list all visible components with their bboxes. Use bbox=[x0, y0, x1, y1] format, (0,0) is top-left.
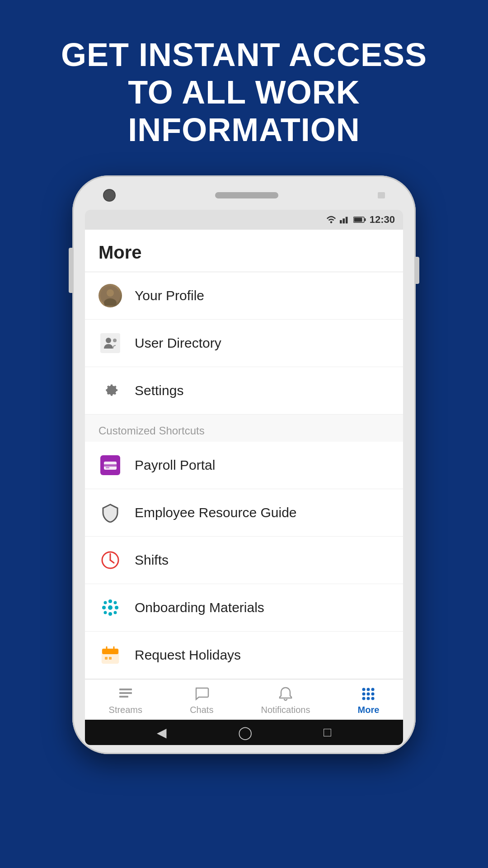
onboarding-materials-icon bbox=[99, 596, 122, 619]
svg-point-38 bbox=[362, 688, 366, 691]
svg-rect-6 bbox=[364, 218, 366, 221]
page-title: More bbox=[99, 242, 142, 262]
svg-point-24 bbox=[115, 606, 118, 609]
settings-label: Settings bbox=[135, 383, 183, 398]
svg-point-28 bbox=[114, 611, 117, 614]
phone-mockup: 12:30 More bbox=[72, 175, 416, 754]
your-profile-label: Your Profile bbox=[135, 288, 204, 303]
svg-point-21 bbox=[108, 599, 112, 603]
request-holidays-label: Request Holidays bbox=[135, 647, 241, 663]
employee-resource-guide-icon bbox=[99, 501, 122, 524]
svg-point-27 bbox=[104, 611, 107, 614]
shifts-icon bbox=[99, 548, 122, 572]
svg-point-40 bbox=[371, 688, 375, 691]
notifications-tab-icon bbox=[277, 686, 294, 702]
headline-text: GET INSTANT ACCESS TO ALL WORK INFORMATI… bbox=[34, 0, 454, 175]
svg-point-46 bbox=[371, 697, 375, 700]
svg-rect-30 bbox=[102, 649, 118, 654]
svg-rect-34 bbox=[109, 657, 112, 660]
payroll-portal-label: Payroll Portal bbox=[135, 458, 215, 473]
svg-point-22 bbox=[108, 612, 112, 616]
status-bar: 12:30 bbox=[85, 210, 403, 230]
android-home-button[interactable]: ◯ bbox=[238, 725, 252, 740]
phone-outer-shell: 12:30 More bbox=[72, 175, 416, 754]
chats-tab-icon bbox=[193, 686, 210, 702]
camera-lens bbox=[103, 189, 116, 202]
svg-point-42 bbox=[367, 693, 370, 696]
signal-icon bbox=[340, 216, 350, 224]
your-profile-icon bbox=[99, 284, 122, 307]
headline-line2: TO ALL WORK bbox=[128, 74, 360, 110]
side-sensor bbox=[378, 192, 385, 198]
svg-rect-35 bbox=[119, 689, 132, 690]
svg-point-8 bbox=[107, 289, 114, 297]
status-icons: 12:30 bbox=[326, 214, 395, 226]
shortcuts-section-label: Customized Shortcuts bbox=[85, 415, 403, 442]
settings-icon bbox=[99, 379, 122, 402]
payroll-portal-icon bbox=[99, 453, 122, 477]
menu-item-payroll-portal[interactable]: Payroll Portal bbox=[85, 442, 403, 489]
chats-tab-label: Chats bbox=[190, 705, 213, 715]
svg-rect-16 bbox=[106, 467, 109, 468]
svg-point-44 bbox=[362, 697, 366, 700]
menu-item-request-holidays[interactable]: Request Holidays bbox=[85, 632, 403, 679]
svg-point-45 bbox=[367, 697, 370, 700]
svg-rect-10 bbox=[100, 333, 120, 353]
notifications-tab-label: Notifications bbox=[261, 705, 310, 715]
tab-streams[interactable]: Streams bbox=[100, 686, 151, 715]
main-menu-list: Your Profile User Directory bbox=[85, 272, 403, 415]
streams-tab-icon bbox=[117, 686, 134, 702]
shortcuts-list: Payroll Portal Employee Resource Guide bbox=[85, 442, 403, 679]
request-holidays-icon bbox=[99, 643, 122, 667]
status-time: 12:30 bbox=[370, 214, 395, 226]
avatar-image bbox=[100, 286, 120, 306]
svg-line-19 bbox=[110, 560, 114, 563]
onboarding-materials-label: Onboarding Materials bbox=[135, 600, 264, 615]
android-nav-bar: ◀ ◯ □ bbox=[85, 720, 403, 745]
svg-point-0 bbox=[330, 222, 332, 224]
user-directory-icon bbox=[99, 331, 122, 355]
headline-line1: GET INSTANT ACCESS bbox=[61, 37, 427, 73]
svg-point-12 bbox=[113, 339, 117, 342]
svg-point-43 bbox=[371, 693, 375, 696]
menu-item-settings[interactable]: Settings bbox=[85, 367, 403, 415]
menu-item-employee-resource-guide[interactable]: Employee Resource Guide bbox=[85, 489, 403, 537]
menu-item-onboarding-materials[interactable]: Onboarding Materials bbox=[85, 584, 403, 632]
shifts-label: Shifts bbox=[135, 552, 169, 568]
tab-more[interactable]: More bbox=[349, 686, 389, 715]
tab-notifications[interactable]: Notifications bbox=[252, 686, 319, 715]
svg-point-41 bbox=[362, 693, 366, 696]
svg-rect-15 bbox=[104, 464, 117, 467]
svg-rect-36 bbox=[119, 692, 132, 694]
phone-top-bar bbox=[85, 189, 403, 210]
svg-point-26 bbox=[114, 601, 117, 604]
svg-point-11 bbox=[106, 338, 111, 343]
menu-item-your-profile[interactable]: Your Profile bbox=[85, 272, 403, 320]
phone-screen: 12:30 More bbox=[85, 210, 403, 745]
svg-point-25 bbox=[104, 601, 107, 604]
svg-rect-5 bbox=[354, 218, 362, 222]
svg-rect-37 bbox=[119, 696, 128, 698]
svg-point-20 bbox=[108, 605, 113, 610]
menu-item-shifts[interactable]: Shifts bbox=[85, 537, 403, 584]
svg-rect-1 bbox=[340, 220, 342, 223]
speaker-grill bbox=[215, 192, 278, 198]
svg-rect-3 bbox=[346, 217, 348, 224]
android-recents-button[interactable]: □ bbox=[324, 725, 331, 740]
headline-line3: INFORMATION bbox=[128, 112, 360, 148]
svg-rect-33 bbox=[105, 657, 108, 660]
more-tab-icon bbox=[360, 686, 376, 702]
svg-point-39 bbox=[367, 688, 370, 691]
tab-chats[interactable]: Chats bbox=[181, 686, 222, 715]
svg-rect-2 bbox=[343, 219, 345, 224]
streams-tab-label: Streams bbox=[109, 705, 142, 715]
menu-item-user-directory[interactable]: User Directory bbox=[85, 320, 403, 367]
user-directory-label: User Directory bbox=[135, 335, 221, 351]
app-header: More bbox=[85, 230, 403, 272]
employee-resource-guide-label: Employee Resource Guide bbox=[135, 505, 297, 520]
android-back-button[interactable]: ◀ bbox=[157, 725, 167, 740]
battery-icon bbox=[353, 216, 366, 223]
wifi-icon bbox=[326, 216, 336, 224]
more-tab-label: More bbox=[358, 705, 380, 715]
svg-point-23 bbox=[102, 606, 106, 609]
